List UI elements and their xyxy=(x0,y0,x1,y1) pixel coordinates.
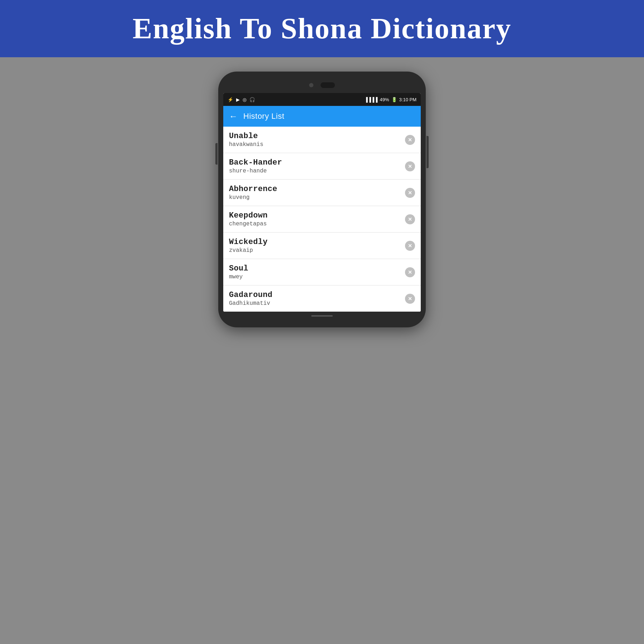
back-button[interactable]: ← xyxy=(229,111,238,121)
main-area: ⚡ ▶ ◎ 🎧 ▐▐▐▐ 49% 🔋 3:10 PM ← History Lis… xyxy=(0,57,644,644)
usb-icon: ⚡ xyxy=(228,97,233,102)
phone-top xyxy=(223,79,421,93)
list-item-shona: havakwanis xyxy=(229,141,401,148)
delete-button[interactable] xyxy=(405,241,415,251)
battery-icon: 🔋 xyxy=(391,97,397,102)
list-item[interactable]: Wickedlyzvakaip xyxy=(223,233,421,259)
location-icon: ◎ xyxy=(243,97,247,102)
battery-percent: 49% xyxy=(380,97,389,102)
list-item[interactable]: Soulmwey xyxy=(223,259,421,286)
headphone-icon: 🎧 xyxy=(249,97,255,102)
list-item[interactable]: GadaroundGadhikumativ xyxy=(223,286,421,312)
phone-frame: ⚡ ▶ ◎ 🎧 ▐▐▐▐ 49% 🔋 3:10 PM ← History Lis… xyxy=(218,72,426,327)
play-icon: ▶ xyxy=(236,97,240,102)
list-item-english: Soul xyxy=(229,264,401,273)
list-item-text: GadaroundGadhikumativ xyxy=(229,291,401,307)
list-item-text: Wickedlyzvakaip xyxy=(229,238,401,254)
home-indicator xyxy=(311,315,333,317)
list-item-english: Abhorrence xyxy=(229,185,401,194)
delete-button[interactable] xyxy=(405,267,415,277)
banner-title: English To Shona Dictionary xyxy=(133,12,512,45)
list-item-english: Gadaround xyxy=(229,291,401,299)
list-item-shona: mwey xyxy=(229,274,401,280)
list-item-shona: chengetapas xyxy=(229,221,401,227)
list-item-text: Soulmwey xyxy=(229,264,401,280)
list-item-text: Abhorrencekuveng xyxy=(229,185,401,201)
list-item-english: Keepdown xyxy=(229,211,401,220)
list-item-shona: kuveng xyxy=(229,194,401,201)
list-item-english: Wickedly xyxy=(229,238,401,247)
volume-button xyxy=(215,143,218,165)
phone-screen: ⚡ ▶ ◎ 🎧 ▐▐▐▐ 49% 🔋 3:10 PM ← History Lis… xyxy=(223,93,421,312)
list-item-english: Back-Hander xyxy=(229,158,401,167)
list-item[interactable]: Keepdownchengetapas xyxy=(223,206,421,233)
list-item-shona: shure-hande xyxy=(229,168,401,174)
delete-button[interactable] xyxy=(405,161,415,171)
delete-button[interactable] xyxy=(405,294,415,304)
list-item[interactable]: Abhorrencekuveng xyxy=(223,180,421,206)
status-bar: ⚡ ▶ ◎ 🎧 ▐▐▐▐ 49% 🔋 3:10 PM xyxy=(223,93,421,106)
front-camera xyxy=(321,82,335,88)
delete-button[interactable] xyxy=(405,214,415,224)
status-left-icons: ⚡ ▶ ◎ 🎧 xyxy=(228,97,255,102)
phone-bottom xyxy=(223,312,421,320)
front-speaker xyxy=(309,83,313,87)
list-item-shona: zvakaip xyxy=(229,247,401,254)
list-item-shona: Gadhikumativ xyxy=(229,300,401,307)
list-item-text: Unablehavakwanis xyxy=(229,132,401,148)
delete-button[interactable] xyxy=(405,188,415,198)
list-item-text: Back-Handershure-hande xyxy=(229,158,401,174)
list-item-text: Keepdownchengetapas xyxy=(229,211,401,227)
time-display: 3:10 PM xyxy=(399,97,416,102)
list-item[interactable]: Unablehavakwanis xyxy=(223,127,421,153)
list-item-english: Unable xyxy=(229,132,401,141)
delete-button[interactable] xyxy=(405,135,415,145)
app-bar: ← History List xyxy=(223,106,421,127)
top-banner: English To Shona Dictionary xyxy=(0,0,644,57)
list-item[interactable]: Back-Handershure-hande xyxy=(223,153,421,180)
status-right-icons: ▐▐▐▐ 49% 🔋 3:10 PM xyxy=(365,97,416,102)
app-bar-title: History List xyxy=(243,112,284,121)
power-button xyxy=(426,136,429,168)
signal-icon: ▐▐▐▐ xyxy=(365,97,378,102)
history-list: UnablehavakwanisBack-Handershure-handeAb… xyxy=(223,127,421,312)
